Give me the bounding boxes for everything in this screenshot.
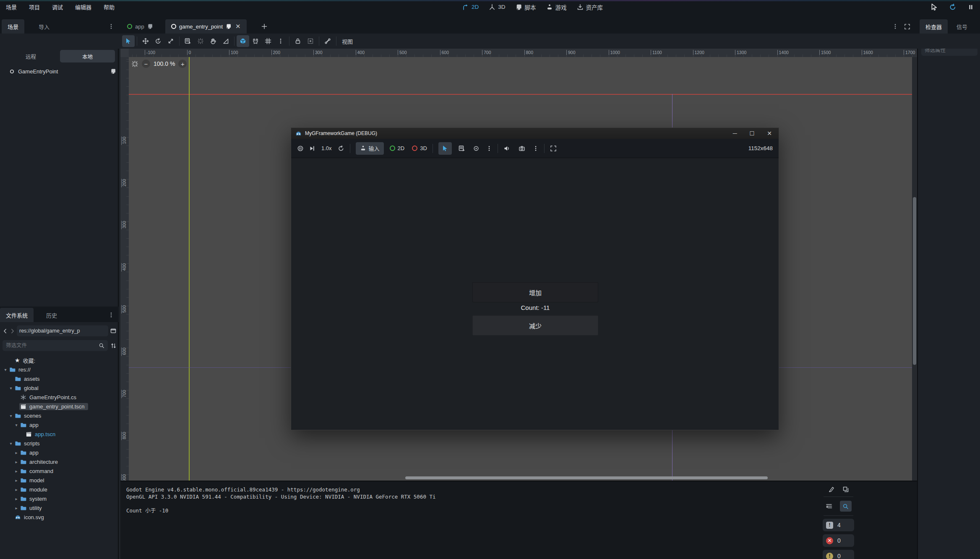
sort-icon[interactable] [110, 343, 117, 349]
filter-files-input[interactable] [6, 343, 99, 348]
increase-button[interactable]: 增加 [472, 282, 598, 302]
expand-arrow[interactable]: ▾ [13, 423, 19, 427]
snap-magnet-button[interactable] [249, 35, 262, 47]
expand-arrow[interactable]: ▾ [8, 413, 14, 418]
attached-script-icon[interactable] [110, 68, 116, 74]
tab-signals[interactable]: 信号 [951, 19, 973, 34]
file-tree-row[interactable]: ★ 收藏: [0, 356, 119, 365]
menu-item[interactable]: 项目 [26, 2, 42, 12]
zoom-in-button[interactable]: + [178, 60, 187, 68]
list-select-tool-button[interactable] [182, 35, 194, 47]
file-tree-row[interactable]: ▾ ★ scenes [0, 411, 119, 420]
horizontal-scrollbar[interactable] [405, 476, 768, 479]
screenshot-icon[interactable] [519, 145, 525, 152]
decrease-button[interactable]: 减少 [472, 315, 598, 335]
file-tree-row[interactable]: ★ GameEntryPoint.cs [0, 393, 119, 402]
scene-tabs-menu-button[interactable] [890, 19, 900, 34]
workspace-2d-button[interactable]: 2D [462, 4, 479, 10]
pick-node-button[interactable] [438, 142, 452, 155]
workspace-script-button[interactable]: 脚本 [516, 3, 536, 11]
expand-arrow[interactable]: ▾ [3, 367, 8, 372]
file-tree-row[interactable]: ★ app.tscn [0, 429, 119, 439]
expand-arrow[interactable]: ▸ [13, 460, 19, 464]
vertical-scrollbar[interactable] [912, 57, 917, 481]
back-icon[interactable] [3, 328, 8, 334]
expand-arrow[interactable]: ▸ [13, 478, 19, 483]
game-debug-window[interactable]: MyGFrameworkGame (DEBUG) ─ ☐ ✕ 1.0x 输入 2… [291, 127, 779, 430]
errors-badge[interactable]: ✕ 0 [823, 534, 854, 547]
options-dots-icon[interactable] [486, 146, 492, 151]
menu-item[interactable]: 编辑器 [73, 2, 94, 12]
expand-arrow[interactable]: ▸ [13, 450, 19, 455]
focus-target-icon[interactable] [473, 145, 480, 152]
select-tool-button[interactable] [122, 35, 135, 47]
workspace-game-button[interactable]: 游戏 [546, 3, 567, 11]
file-tree-row[interactable]: ▸ ★ module [0, 485, 119, 494]
expand-arrow[interactable]: ▸ [13, 506, 19, 510]
tab-history[interactable]: 历史 [40, 308, 63, 322]
input-mode-button[interactable]: 输入 [356, 142, 384, 155]
local-tab[interactable]: 本地 [60, 50, 115, 62]
file-tree-row[interactable]: ▸ ★ utility [0, 503, 119, 512]
file-tree-row[interactable]: ★ icon.svg [0, 512, 119, 522]
mode-2d-button[interactable]: 2D [390, 145, 405, 151]
group-button[interactable] [304, 35, 317, 47]
speed-label[interactable]: 1.0x [321, 145, 332, 151]
scene-tab-app[interactable]: app [121, 19, 159, 34]
scene-tab-game-entry-point[interactable]: game_entry_point ✕ [165, 19, 247, 34]
copy-output-icon[interactable] [842, 486, 849, 493]
mode-3d-button[interactable]: 3D [412, 145, 427, 151]
file-tree-row[interactable]: ▾ ★ global [0, 383, 119, 393]
list-select-icon[interactable] [459, 145, 465, 152]
next-frame-icon[interactable] [309, 145, 315, 152]
workspace-3d-button[interactable]: 3D [489, 4, 505, 10]
file-tree-row[interactable]: ▸ ★ model [0, 476, 119, 485]
tab-scene-dock[interactable]: 场景 [2, 19, 24, 34]
file-tree-row[interactable]: ▸ ★ app [0, 448, 119, 457]
file-tree-row[interactable]: ▸ ★ command [0, 466, 119, 476]
skeleton-button[interactable] [321, 35, 334, 47]
path-input[interactable] [19, 328, 106, 334]
expand-arrow[interactable]: ▸ [13, 469, 19, 473]
scene-tree-root-row[interactable]: GameEntryPoint [9, 67, 116, 76]
remote-tab[interactable]: 远程 [3, 50, 58, 62]
scale-tool-button[interactable] [164, 35, 177, 47]
snap-options-button[interactable] [274, 35, 287, 47]
tab-inspector[interactable]: 检查器 [920, 19, 948, 34]
menu-item[interactable]: 帮助 [101, 2, 117, 12]
expand-arrow[interactable]: ▸ [13, 497, 19, 501]
file-tree-row[interactable]: ★ assets [0, 374, 119, 383]
script-icon[interactable] [226, 23, 232, 29]
tab-filesystem[interactable]: 文件系统 [0, 308, 34, 322]
expand-arrow[interactable]: ▸ [13, 487, 19, 492]
split-mode-icon[interactable] [110, 328, 117, 334]
scene-dock-menu-button[interactable] [106, 19, 117, 34]
workspace-assetlib-button[interactable]: 资产库 [577, 3, 603, 11]
pan-tool-button[interactable] [207, 35, 219, 47]
file-tree-row[interactable]: ▸ ★ system [0, 494, 119, 503]
close-icon[interactable]: ✕ [235, 23, 241, 30]
filesystem-menu-button[interactable] [106, 308, 117, 322]
center-view-icon[interactable] [131, 60, 138, 68]
game-window-titlebar[interactable]: MyGFrameworkGame (DEBUG) ─ ☐ ✕ [291, 128, 779, 139]
break-icon[interactable] [297, 145, 304, 152]
fullscreen-icon[interactable] [550, 145, 557, 152]
search-output-button[interactable] [840, 501, 852, 512]
close-icon[interactable]: ✕ [767, 130, 772, 137]
forward-icon[interactable] [10, 328, 15, 334]
audio-mute-icon[interactable] [503, 145, 510, 152]
zoom-out-button[interactable]: − [142, 60, 150, 68]
debugger-badge[interactable]: ! 4 [823, 519, 854, 531]
expand-arrow[interactable]: ▾ [8, 386, 14, 390]
menu-item[interactable]: 场景 [3, 2, 19, 12]
minimize-icon[interactable]: ─ [733, 130, 737, 137]
view-menu-button[interactable]: 视图 [339, 37, 356, 45]
tab-import-dock[interactable]: 导入 [33, 19, 55, 34]
file-tree-row[interactable]: ★ game_entry_point.tscn [0, 402, 119, 411]
collapse-filter-icon[interactable] [826, 503, 832, 510]
file-tree-row[interactable]: ▸ ★ architecture [0, 457, 119, 466]
more-dots-icon[interactable] [533, 146, 539, 151]
play-cursor-icon[interactable] [930, 3, 938, 11]
zoom-percent[interactable]: 100.0 % [154, 60, 175, 67]
menu-item[interactable]: 调试 [50, 2, 65, 12]
